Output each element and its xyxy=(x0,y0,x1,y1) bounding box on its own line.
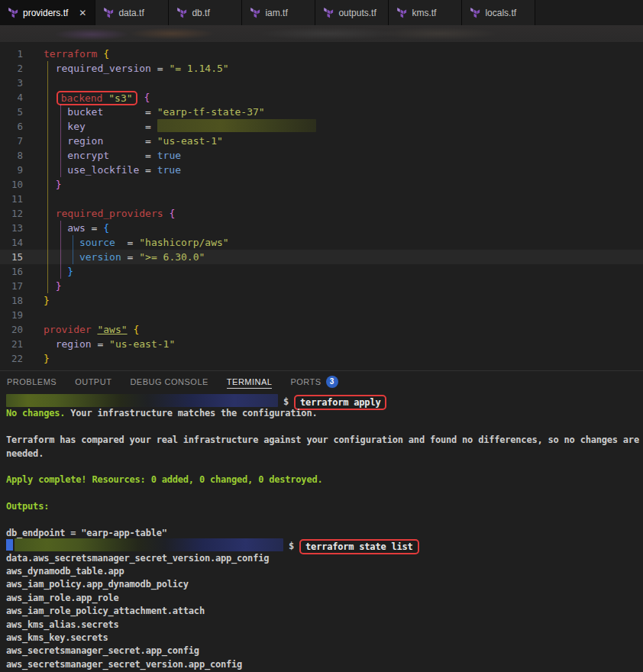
text-token: true xyxy=(157,150,181,161)
close-icon[interactable]: ✕ xyxy=(79,8,86,18)
text-token: "earp-tf-state-37" xyxy=(157,106,265,118)
text-token: true xyxy=(157,164,181,176)
redacted-blue-chip xyxy=(6,539,13,551)
line-number: 11 xyxy=(0,192,23,206)
terminal-line: aws_iam_policy.app_dynamodb_policy xyxy=(6,578,643,591)
tab-iam.tf[interactable]: iam.tf xyxy=(242,0,315,25)
text-token: aws_iam_role_policy_attachment.attach xyxy=(6,606,205,616)
text-token xyxy=(44,63,56,74)
code-line: 16 } xyxy=(0,264,643,279)
tab-kms.tf[interactable]: kms.tf xyxy=(389,0,462,25)
panel-tab-debug-console[interactable]: DEBUG CONSOLE xyxy=(130,371,208,392)
tab-data.tf[interactable]: data.tf xyxy=(95,0,169,25)
tab-outputs.tf[interactable]: outputs.tf xyxy=(315,0,389,25)
code-text: region = "us-east-1" xyxy=(44,337,175,351)
text-token: = xyxy=(103,106,157,118)
terminal-line: Apply complete! Resources: 0 added, 0 ch… xyxy=(6,473,643,486)
text-token: region xyxy=(56,338,92,350)
code-line: 13 aws = { xyxy=(0,221,643,235)
text-token xyxy=(44,251,79,263)
code-line: 1terraform { xyxy=(0,47,643,61)
terminal-line: $ terraform apply xyxy=(6,394,643,407)
indent-guide-depth3 xyxy=(73,235,73,264)
code-text: aws = { xyxy=(44,221,109,235)
text-token: { xyxy=(133,324,139,335)
line-number: 12 xyxy=(0,206,23,221)
terminal-line xyxy=(6,487,643,500)
tab-label: kms.tf xyxy=(412,8,436,18)
panel-tab-problems[interactable]: PROBLEMS xyxy=(7,371,57,392)
tab-providers.tf[interactable]: providers.tf✕ xyxy=(0,0,95,25)
text-token: aws_kms_key.secrets xyxy=(6,632,108,643)
line-number: 21 xyxy=(0,337,23,351)
terminal-line: aws_iam_role.app_role xyxy=(6,592,643,605)
text-token: "us-east-1" xyxy=(157,135,223,147)
text-token: Your infrastructure matches the configur… xyxy=(65,408,317,418)
text-token: region xyxy=(67,135,103,147)
panel-tab-terminal[interactable]: TERMINAL xyxy=(227,371,273,392)
code-editor[interactable]: 1terraform {2 required_version = "= 1.14… xyxy=(0,42,643,370)
text-token xyxy=(44,338,56,350)
code-text: source = "hashicorp/aws" xyxy=(44,235,229,250)
text-token: = xyxy=(151,63,169,74)
line-number: 9 xyxy=(0,163,23,177)
code-line: 11 xyxy=(0,192,643,206)
code-line: 9 use_lockfile = true xyxy=(0,163,643,177)
text-token: aws_iam_policy.app_dynamodb_policy xyxy=(6,579,189,590)
text-token xyxy=(44,237,79,248)
text-token: data.aws_secretsmanager_secret_version.a… xyxy=(6,553,269,564)
text-token: Apply complete! Resources: 0 added, 0 ch… xyxy=(6,474,322,485)
tab-label: db.tf xyxy=(192,8,209,18)
text-token: "= 1.14.5" xyxy=(169,63,228,74)
line-number: 5 xyxy=(0,105,23,119)
code-text: } xyxy=(44,279,61,293)
text-token: provider xyxy=(44,324,97,335)
line-number: 17 xyxy=(0,279,23,293)
panel-tab-ports[interactable]: PORTS3 xyxy=(290,371,338,392)
text-token: = xyxy=(86,121,157,132)
terraform-icon xyxy=(250,8,260,18)
panel-tab-label: OUTPUT xyxy=(75,377,111,386)
text-token: "hashicorp/aws" xyxy=(139,237,228,248)
text-token: needed. xyxy=(6,448,44,459)
line-number: 4 xyxy=(0,90,23,105)
line-number: 20 xyxy=(0,322,23,337)
text-token: aws_dynamodb_table.app xyxy=(6,566,124,577)
line-number: 10 xyxy=(0,177,23,192)
text-token xyxy=(44,208,56,219)
text-token: version xyxy=(79,251,121,263)
tab-label: locals.tf xyxy=(485,8,516,18)
terminal[interactable]: $ terraform applyNo changes. Your infras… xyxy=(0,392,643,672)
code-line: 4 backend "s3" { xyxy=(0,90,643,105)
code-text: provider "aws" { xyxy=(44,322,139,337)
text-token: aws_secretsmanager_secret.app_config xyxy=(6,645,199,656)
annotation-box: backend "s3" xyxy=(57,91,137,105)
text-token: { xyxy=(144,92,150,103)
panel-tab-output[interactable]: OUTPUT xyxy=(75,371,111,392)
text-token: No changes. xyxy=(6,408,65,418)
line-number: 16 xyxy=(0,264,23,279)
tab-label: providers.tf xyxy=(23,8,68,18)
code-line: 21 region = "us-east-1" xyxy=(0,337,643,351)
code-line: 2 required_version = "= 1.14.5" xyxy=(0,61,643,76)
terminal-line: aws_kms_alias.secrets xyxy=(6,619,643,632)
code-line: 18} xyxy=(0,293,643,308)
text-token xyxy=(44,280,56,292)
text-token: { xyxy=(103,222,109,234)
text-token: use_lockfile xyxy=(67,164,139,176)
line-number: 18 xyxy=(0,293,23,308)
tab-label: outputs.tf xyxy=(338,8,376,18)
text-token: } xyxy=(56,179,62,190)
text-token: } xyxy=(56,280,62,292)
line-number: 13 xyxy=(0,221,23,235)
tab-db.tf[interactable]: db.tf xyxy=(169,0,242,25)
text-token: source xyxy=(79,237,115,248)
text-token: required_version xyxy=(56,63,151,74)
terminal-line: aws_iam_role_policy_attachment.attach xyxy=(6,605,643,618)
terraform-icon xyxy=(8,8,18,18)
tab-locals.tf[interactable]: locals.tf xyxy=(462,0,535,25)
tab-label: iam.tf xyxy=(265,8,287,18)
line-number: 3 xyxy=(0,76,23,90)
line-number: 6 xyxy=(0,119,23,134)
code-text: encrypt = true xyxy=(44,148,181,163)
